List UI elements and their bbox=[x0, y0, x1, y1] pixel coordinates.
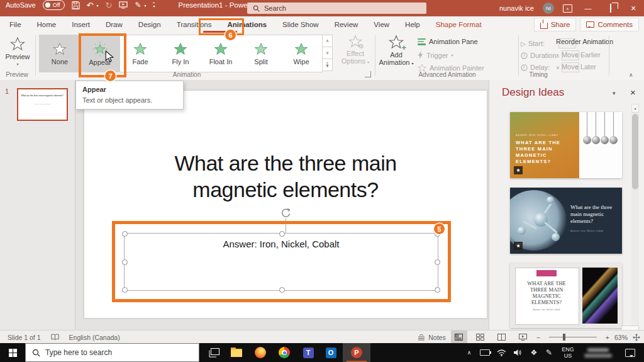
pen-icon[interactable]: ✎ bbox=[135, 1, 141, 9]
zoom-in-button[interactable]: + bbox=[606, 334, 609, 341]
accessibility-icon[interactable] bbox=[51, 334, 59, 341]
teams-button[interactable]: T bbox=[296, 343, 321, 362]
card3-answer: Answer: Iron, Nickel, Cobalt bbox=[527, 308, 566, 311]
comments-button[interactable]: Comments bbox=[580, 18, 639, 31]
save-icon[interactable] bbox=[72, 1, 80, 9]
slide-title-line1[interactable]: What are the three main bbox=[84, 151, 487, 176]
animation-pane-button[interactable]: Animation Pane bbox=[418, 38, 478, 45]
gallery-scroll-down-icon[interactable]: ∨ bbox=[322, 47, 333, 59]
gallery-item-float-in[interactable]: Float In bbox=[201, 35, 241, 72]
autosave-label: AutoSave bbox=[6, 1, 36, 9]
zoom-slider-thumb[interactable] bbox=[563, 334, 565, 341]
card3-text-frame: WHAT ARE THE THREE MAIN MAGNETIC ELEMENT… bbox=[515, 268, 579, 325]
close-button[interactable]: × bbox=[626, 3, 640, 13]
autosave-state: Off bbox=[53, 2, 60, 8]
pen-dropdown-icon[interactable]: ▾ bbox=[144, 3, 146, 8]
reading-view-icon bbox=[497, 334, 506, 341]
language-indicator[interactable]: ENGUS bbox=[558, 343, 577, 362]
battery-icon[interactable] bbox=[478, 343, 492, 362]
design-suggestion-1[interactable]: ANSWER: IRON, NICKEL, COBALT WHAT ARE TH… bbox=[510, 112, 622, 178]
volume-icon[interactable] bbox=[511, 343, 525, 362]
tab-review[interactable]: Review bbox=[335, 21, 358, 28]
minimize-button[interactable]: — bbox=[581, 4, 595, 12]
powerpoint-button-active[interactable]: P bbox=[343, 343, 370, 362]
gallery-item-wipe[interactable]: Wipe bbox=[281, 35, 321, 72]
powerpoint-icon: P bbox=[351, 347, 362, 358]
taskbar-search-input[interactable]: Type here to search bbox=[25, 343, 199, 362]
customize-qat-icon[interactable]: ▾ bbox=[153, 3, 155, 8]
tab-help[interactable]: Help bbox=[405, 21, 420, 28]
wifi-icon[interactable] bbox=[494, 343, 508, 362]
tab-insert[interactable]: Insert bbox=[72, 21, 90, 28]
slide-title-line2[interactable]: magnetic elements? bbox=[84, 178, 487, 202]
view-reading-button[interactable] bbox=[494, 331, 510, 344]
panel-close-icon[interactable]: × bbox=[630, 87, 636, 98]
zoom-out-button[interactable]: − bbox=[536, 334, 540, 341]
tab-home[interactable]: Home bbox=[37, 21, 57, 28]
preview-button[interactable]: Preview ▾ bbox=[3, 37, 33, 66]
notes-button[interactable]: Notes bbox=[418, 331, 445, 344]
view-normal-button[interactable] bbox=[451, 331, 467, 344]
fit-slide-icon[interactable] bbox=[633, 334, 640, 341]
share-button[interactable]: Share bbox=[534, 18, 577, 31]
slide-thumbnail[interactable]: What are the three main magnetic element… bbox=[17, 88, 68, 121]
start-slideshow-icon[interactable] bbox=[119, 1, 128, 9]
start-button[interactable] bbox=[0, 343, 25, 362]
annotation-box-animations-tab bbox=[199, 18, 244, 35]
designer-badge-icon: ★ bbox=[514, 242, 523, 250]
undo-dropdown-icon[interactable]: ▾ bbox=[96, 3, 98, 8]
search-input[interactable]: Search bbox=[247, 3, 426, 14]
tab-draw[interactable]: Draw bbox=[106, 21, 123, 28]
ink-workspace-icon[interactable]: ✎ bbox=[542, 343, 556, 362]
scroll-up-icon[interactable]: ▴ bbox=[631, 104, 639, 113]
gallery-item-none[interactable]: None bbox=[40, 35, 80, 72]
outlook-icon: O bbox=[326, 348, 336, 358]
ribbon-display-options-icon[interactable]: ∧ bbox=[563, 4, 572, 13]
card3-accent-bar bbox=[536, 270, 557, 276]
restore-button[interactable] bbox=[604, 4, 618, 12]
zoom-level[interactable]: 63% bbox=[614, 334, 628, 341]
tab-file[interactable]: File bbox=[9, 21, 21, 28]
tab-design[interactable]: Design bbox=[138, 21, 161, 28]
view-slide-sorter-button[interactable] bbox=[472, 331, 489, 344]
card3-title: WHAT ARE THE THREE MAIN MAGNETIC ELEMENT… bbox=[519, 280, 574, 305]
gallery-scroll-up-icon[interactable]: ∧ bbox=[322, 35, 333, 47]
language-status[interactable]: English (Canada) bbox=[69, 334, 120, 341]
panel-options-icon[interactable]: ▾ bbox=[613, 90, 616, 96]
rotate-handle-icon[interactable] bbox=[280, 208, 291, 218]
design-suggestion-3[interactable]: WHAT ARE THE THREE MAIN MAGNETIC ELEMENT… bbox=[510, 263, 622, 328]
gallery-more-button[interactable]: ≡ ▾ bbox=[322, 59, 333, 71]
animation-dialog-launcher-icon[interactable] bbox=[365, 71, 371, 77]
chrome-button[interactable] bbox=[272, 343, 297, 362]
undo-icon[interactable]: ↶ bbox=[87, 1, 94, 9]
collapse-ribbon-icon[interactable]: ∧ bbox=[629, 72, 633, 78]
tab-slide-show[interactable]: Slide Show bbox=[282, 21, 319, 28]
outlook-button[interactable]: O bbox=[318, 343, 343, 362]
normal-view-icon bbox=[455, 334, 463, 341]
action-center-icon[interactable] bbox=[621, 343, 639, 362]
tab-shape-format[interactable]: Shape Format bbox=[436, 21, 482, 28]
scrollbar-thumb[interactable] bbox=[632, 114, 638, 189]
preview-label: Preview bbox=[5, 53, 30, 60]
clock-blurred[interactable] bbox=[580, 343, 616, 362]
gallery-item-fly-in[interactable]: Fly In bbox=[160, 35, 201, 72]
task-view-button[interactable] bbox=[201, 343, 226, 362]
windows-logo-icon bbox=[9, 349, 17, 357]
user-name[interactable]: nunavik ice bbox=[499, 4, 534, 12]
dropbox-icon[interactable]: ❖ bbox=[527, 343, 541, 362]
firefox-button[interactable] bbox=[248, 343, 273, 362]
tab-view[interactable]: View bbox=[374, 21, 389, 28]
gallery-item-split[interactable]: Split bbox=[241, 35, 281, 72]
view-slideshow-button[interactable] bbox=[515, 331, 531, 344]
autosave-toggle[interactable]: Off bbox=[43, 0, 65, 10]
trigger-lightning-icon bbox=[418, 51, 423, 59]
design-ideas-title: Design Ideas bbox=[502, 86, 564, 99]
hidden-icons-chevron[interactable]: ∧ bbox=[462, 343, 476, 362]
zoom-slider[interactable] bbox=[549, 337, 597, 337]
tooltip-appear: Appear Text or object appears. bbox=[75, 81, 184, 110]
file-explorer-button[interactable] bbox=[224, 343, 249, 362]
avatar[interactable]: NI bbox=[543, 3, 554, 14]
design-suggestion-2[interactable]: What are the three main magnetic element… bbox=[510, 188, 622, 254]
design-panel-scrollbar[interactable]: ▴ ▾ bbox=[631, 104, 639, 327]
add-animation-button[interactable]: + Add Animation ▾ bbox=[378, 35, 414, 71]
